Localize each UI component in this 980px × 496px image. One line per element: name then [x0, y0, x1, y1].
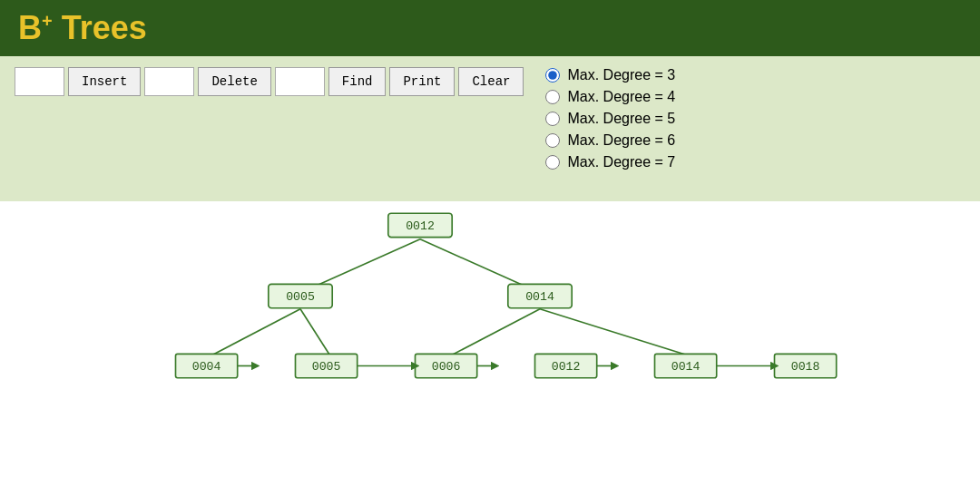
delete-input[interactable] [144, 67, 194, 96]
radio-degree-6[interactable] [545, 133, 560, 148]
radio-item-degree-4[interactable]: Max. Degree = 4 [545, 89, 675, 105]
radio-label-degree-3: Max. Degree = 3 [567, 67, 675, 83]
tree-svg: 0012 0005 0014 0004 0005 0006 0012 0014 [0, 201, 980, 401]
svg-text:0006: 0006 [432, 360, 461, 374]
radio-degree-5[interactable] [545, 112, 560, 126]
svg-text:0005: 0005 [312, 360, 341, 374]
svg-text:0014: 0014 [525, 290, 554, 304]
radio-item-degree-7[interactable]: Max. Degree = 7 [545, 154, 675, 170]
svg-line-2 [211, 309, 300, 356]
insert-input[interactable] [15, 67, 64, 96]
page-title: B+ Trees [18, 9, 147, 46]
svg-line-4 [450, 309, 540, 356]
delete-button[interactable]: Delete [198, 67, 270, 96]
radio-degree-3[interactable] [545, 68, 560, 83]
degree-radio-group: Max. Degree = 3Max. Degree = 4Max. Degre… [545, 67, 675, 170]
find-button[interactable]: Find [328, 67, 387, 96]
svg-text:0012: 0012 [552, 360, 581, 374]
radio-item-degree-3[interactable]: Max. Degree = 3 [545, 67, 675, 83]
radio-label-degree-7: Max. Degree = 7 [567, 154, 675, 170]
radio-degree-7[interactable] [545, 155, 560, 170]
clear-button[interactable]: Clear [458, 67, 524, 96]
svg-text:0005: 0005 [286, 290, 315, 304]
svg-line-1 [420, 239, 525, 287]
radio-label-degree-5: Max. Degree = 5 [567, 111, 675, 127]
svg-text:0014: 0014 [671, 360, 701, 374]
radio-item-degree-5[interactable]: Max. Degree = 5 [545, 111, 675, 127]
tree-canvas: 0012 0005 0014 0004 0005 0006 0012 0014 [0, 201, 980, 401]
svg-line-0 [316, 239, 421, 287]
svg-text:0018: 0018 [791, 360, 820, 374]
print-button[interactable]: Print [389, 67, 455, 96]
insert-button[interactable]: Insert [68, 67, 141, 96]
radio-degree-4[interactable] [545, 90, 560, 104]
svg-text:0004: 0004 [192, 360, 221, 374]
controls-row: Insert Delete Find Print Clear [15, 67, 524, 96]
radio-item-degree-6[interactable]: Max. Degree = 6 [545, 132, 675, 149]
svg-line-5 [540, 309, 690, 356]
toolbar: Insert Delete Find Print Clear Max. Degr… [0, 56, 980, 201]
header: B+ Trees [0, 0, 980, 56]
radio-label-degree-4: Max. Degree = 4 [567, 89, 675, 105]
radio-label-degree-6: Max. Degree = 6 [567, 132, 675, 149]
svg-text:0012: 0012 [406, 219, 435, 233]
find-input[interactable] [275, 67, 325, 96]
svg-line-3 [300, 309, 330, 356]
